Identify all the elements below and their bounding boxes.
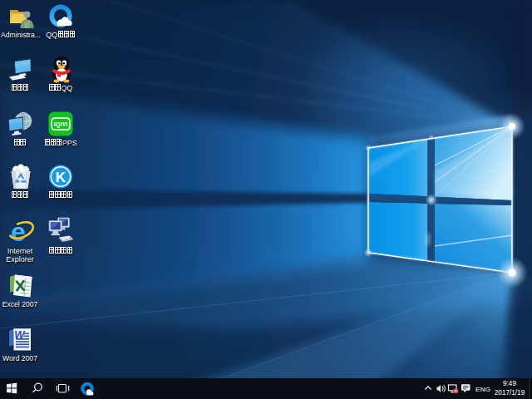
svg-text:e: e [11,217,26,245]
svg-text:W: W [14,328,26,341]
svg-text:K: K [56,170,66,185]
svg-text:iQIYI: iQIYI [54,121,67,128]
